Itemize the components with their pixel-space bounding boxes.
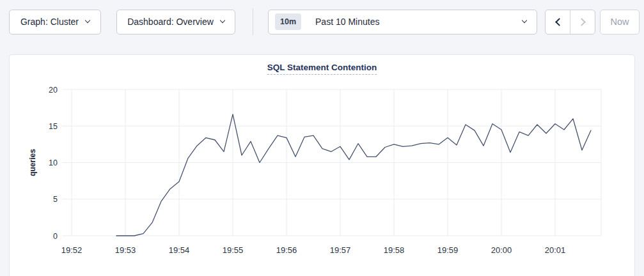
graph-dropdown-label: Graph: Cluster — [20, 17, 79, 27]
y-axis-label: queries — [28, 149, 37, 176]
x-tick-label: 19:56 — [276, 245, 297, 255]
next-timespan-button[interactable] — [570, 10, 595, 34]
x-tick-label: 19:57 — [330, 245, 351, 255]
chevron-down-icon — [220, 18, 225, 23]
previous-timespan-button[interactable] — [546, 10, 570, 34]
chevron-left-icon — [555, 18, 563, 26]
x-tick-label: 19:52 — [61, 245, 82, 255]
x-tick-label: 19:55 — [223, 245, 244, 255]
chart-title[interactable]: SQL Statement Contention — [267, 63, 377, 75]
toolbar-divider — [253, 8, 253, 35]
x-tick-label: 20:01 — [545, 245, 566, 255]
y-tick-label: 0 — [53, 232, 58, 241]
toolbar: Graph: Cluster Dashboard: Overview 10m P… — [0, 0, 644, 34]
x-tick-label: 20:00 — [491, 245, 512, 255]
now-button[interactable]: Now — [600, 10, 640, 34]
series-line-queries — [116, 114, 591, 236]
sql-statement-contention-chart[interactable]: 0510152019:5219:5319:5419:5519:5619:5719… — [10, 82, 634, 268]
chart-title-row: SQL Statement Contention — [10, 55, 634, 82]
dashboard-dropdown-label: Dashboard: Overview — [127, 17, 214, 27]
x-tick-label: 19:58 — [384, 245, 405, 255]
time-pager — [545, 10, 595, 34]
dashboard-dropdown[interactable]: Dashboard: Overview — [116, 10, 235, 34]
y-tick-label: 15 — [49, 122, 58, 131]
x-tick-label: 19:53 — [115, 245, 136, 255]
graph-dropdown[interactable]: Graph: Cluster — [9, 10, 101, 34]
time-range-dropdown[interactable]: 10m Past 10 Minutes — [268, 10, 537, 34]
y-tick-label: 10 — [49, 158, 58, 167]
time-range-badge: 10m — [275, 13, 301, 30]
x-tick-label: 19:59 — [437, 245, 459, 255]
x-tick-label: 19:54 — [169, 245, 190, 255]
chart-card: SQL Statement Contention 0510152019:5219… — [9, 54, 635, 276]
chevron-down-icon — [85, 18, 90, 23]
y-tick-label: 20 — [49, 86, 58, 95]
y-tick-label: 5 — [53, 195, 58, 204]
chevron-down-icon — [522, 18, 527, 23]
chevron-right-icon — [577, 18, 586, 26]
time-range-label: Past 10 Minutes — [315, 17, 379, 27]
